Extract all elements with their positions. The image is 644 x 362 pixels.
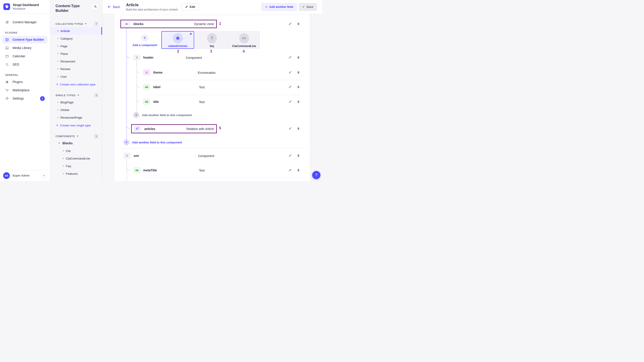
component-card-faq[interactable]: ? faq (195, 31, 228, 49)
help-button[interactable]: ? (312, 171, 320, 179)
row-actions-articles (288, 127, 300, 130)
component-icon (133, 54, 140, 60)
single-item-global[interactable]: Global (50, 106, 102, 114)
collection-item-review[interactable]: Review (50, 65, 102, 73)
components-header[interactable]: COMPONENTS 5 (56, 134, 99, 138)
plus-icon: + (265, 5, 268, 9)
chevron-down-icon (84, 23, 87, 25)
search-button[interactable] (92, 3, 99, 10)
sidebar-item-content-type-builder[interactable]: Content-Type Builder (2, 36, 48, 44)
delete-field-button[interactable] (297, 85, 300, 88)
single-item-restaurantpage[interactable]: RestaurantPage (50, 114, 102, 121)
field-name: metaTitle (143, 168, 157, 172)
add-field-to-component-button[interactable]: + (133, 112, 139, 118)
delete-field-button[interactable] (297, 22, 300, 26)
component-card-ctacommandline[interactable]: <> CtaCommandLine (228, 31, 260, 49)
components-count-badge: 5 (94, 134, 99, 138)
collection-item-restaurant[interactable]: Restaurant (50, 58, 102, 65)
sidebar-item-marketplace[interactable]: Marketplace (2, 86, 48, 94)
sidebar-item-seo[interactable]: SEO (2, 61, 48, 68)
field-name: label (153, 85, 160, 89)
add-field-to-component-button[interactable]: + (124, 140, 129, 145)
sidebar-item-label: Marketplace (12, 88, 30, 92)
component-line (126, 159, 127, 181)
edit-button[interactable]: Edit (182, 3, 199, 10)
sidebar-item-label: Content Manager (12, 20, 37, 24)
sidebar-item-label: SEO (12, 63, 19, 66)
add-component-label[interactable]: Add a component (128, 44, 162, 47)
edit-field-button[interactable] (288, 127, 292, 130)
delete-field-button[interactable] (297, 127, 300, 130)
component-item-cta[interactable]: Cta (50, 147, 102, 154)
sidebar-item-content-manager[interactable]: Content Manager (2, 18, 48, 26)
collection-item-user[interactable]: User (50, 73, 102, 80)
sidebar-item-calendar[interactable]: Calendar (2, 52, 48, 60)
collection-count-badge: 7 (94, 22, 99, 26)
page-title: Article (126, 3, 178, 8)
collection-item-place[interactable]: Place (50, 50, 102, 58)
add-field-to-component-label[interactable]: Add another field to this component (142, 114, 192, 117)
row-actions-metatitle (288, 168, 300, 172)
annotation-2: 2 (177, 50, 179, 54)
divider (143, 95, 300, 95)
back-link[interactable]: Back (108, 5, 120, 9)
component-card-relatedarticles[interactable]: ✕ relatedArticles (161, 31, 194, 49)
plus-icon: + (56, 124, 58, 127)
collection-item-page[interactable]: Page (50, 42, 102, 50)
single-types-header[interactable]: SINGLE TYPES 3 (56, 93, 99, 98)
arrow-left-icon (108, 5, 111, 9)
divider (56, 17, 61, 17)
delete-field-button[interactable] (297, 168, 300, 172)
bullet-icon (58, 38, 58, 39)
strapi-logo-icon (3, 3, 10, 10)
edit-field-button[interactable] (288, 154, 292, 157)
component-group-blocks[interactable]: Blocks (50, 140, 102, 147)
bullet-icon (58, 53, 58, 54)
sidebar-item-settings[interactable]: ⚙ Settings 1 (2, 95, 48, 102)
row-actions-title (288, 100, 300, 103)
section-label-general: GENERAL (5, 74, 50, 76)
single-item-blogpage[interactable]: BlogPage (50, 98, 102, 106)
component-item-features[interactable]: Features (50, 170, 102, 178)
sidebar-item-plugins[interactable]: Plugins (2, 78, 48, 86)
text-field-icon: Ab (143, 84, 150, 90)
edit-field-button[interactable] (288, 22, 292, 26)
collapse-sidebar-button[interactable] (41, 173, 47, 178)
enumeration-icon (143, 70, 150, 75)
edit-field-button[interactable] (288, 71, 292, 74)
field-row-articles[interactable]: articles Relation with Article (131, 124, 217, 133)
add-field-to-component-label[interactable]: Add another field to this component (132, 141, 182, 144)
collection-item-category[interactable]: Category (50, 35, 102, 42)
field-name: theme (153, 71, 162, 74)
save-button[interactable]: ✓ Save (299, 3, 317, 11)
row-actions-blocks (288, 22, 300, 26)
main-area: Back Article Build the data architecture… (102, 0, 322, 181)
row-actions-theme (288, 71, 300, 74)
sidebar-item-media-library[interactable]: Media Library (2, 44, 48, 52)
sidebar-item-label: Calendar (12, 54, 25, 58)
bullet-icon (63, 158, 64, 159)
avatar[interactable]: SA (3, 172, 10, 179)
edit-field-button[interactable] (288, 56, 292, 59)
component-item-ctacommandline[interactable]: CtaCommandLine (50, 154, 102, 162)
delete-field-button[interactable] (297, 56, 300, 59)
delete-field-button[interactable] (297, 100, 300, 103)
collection-item-article[interactable]: Article (50, 27, 102, 35)
edit-field-button[interactable] (288, 100, 292, 103)
field-row-blocks[interactable]: ∞ blocks Dynamic zone (120, 20, 217, 28)
delete-field-button[interactable] (297, 71, 300, 74)
create-single-type-link[interactable]: + Create new single type (50, 121, 102, 129)
field-type: Enumeration (198, 71, 216, 74)
chevron-down-icon (76, 135, 79, 137)
close-icon[interactable]: ✕ (190, 32, 192, 36)
create-collection-type-link[interactable]: + Create new collection type (50, 80, 102, 88)
edit-field-button[interactable] (288, 85, 292, 88)
collection-types-header[interactable]: COLLECTION TYPES 7 (56, 22, 99, 26)
add-component-button[interactable]: + (141, 34, 148, 42)
delete-field-button[interactable] (297, 154, 300, 157)
add-another-field-button[interactable]: + Add another field (262, 3, 297, 11)
feather-pen-icon (5, 20, 9, 24)
component-item-faq[interactable]: Faq (50, 162, 102, 170)
section-label-plugins: PLUGINS (5, 31, 50, 34)
edit-field-button[interactable] (288, 168, 292, 172)
